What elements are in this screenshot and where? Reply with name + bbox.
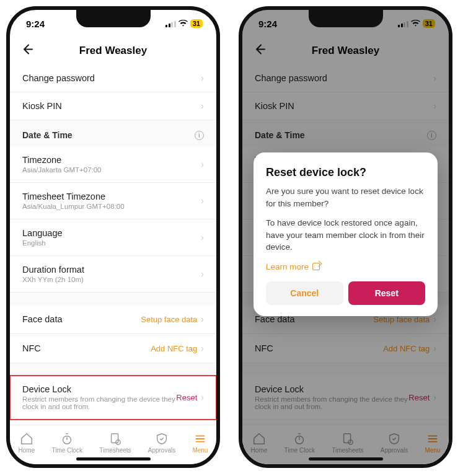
chevron-right-icon: › (201, 269, 204, 279)
face-data-action[interactable]: Setup face data (141, 315, 197, 324)
row-sub: Asia/Jakarta GMT+07:00 (22, 166, 201, 174)
notch (309, 10, 383, 27)
row-face-data[interactable]: Face data Setup face data› (10, 305, 216, 334)
tab-home[interactable]: Home (19, 432, 35, 454)
cellular-icon (165, 20, 176, 27)
section-title: Date & Time (22, 130, 73, 140)
status-icons: 31 (165, 19, 203, 29)
link-label: Learn more (266, 262, 309, 271)
row-change-password[interactable]: Change password › (10, 64, 216, 92)
row-timezone[interactable]: Timezone Asia/Jakarta GMT+07:00 › (10, 146, 216, 183)
reset-button[interactable]: Reset (348, 281, 426, 305)
row-sub: Restrict members from changing the devic… (22, 395, 176, 410)
stopwatch-icon (60, 432, 74, 446)
tab-label: Approvals (148, 447, 175, 454)
row-label: Kiosk PIN (22, 101, 201, 111)
device-lock-reset[interactable]: Reset (176, 393, 197, 402)
phone-left: 9:24 31 Fred Weasley Change password › K… (6, 6, 220, 468)
chevron-right-icon: › (201, 196, 204, 206)
spacer (10, 293, 216, 305)
header: Fred Weasley (10, 37, 216, 64)
row-label: Duration format (22, 265, 201, 275)
chevron-right-icon: › (201, 159, 204, 169)
row-kiosk-pin[interactable]: Kiosk PIN › (10, 92, 216, 120)
chevron-right-icon: › (201, 232, 204, 242)
chevron-right-icon: › (201, 101, 204, 111)
wifi-icon (179, 19, 188, 29)
row-label: Timesheet Timezone (22, 192, 201, 201)
tab-label: Timesheets (99, 447, 131, 454)
row-label: NFC (22, 343, 151, 353)
row-label: Timezone (22, 155, 201, 165)
chevron-right-icon: › (201, 343, 204, 353)
chevron-right-icon: › (201, 392, 204, 402)
chevron-right-icon: › (201, 314, 204, 324)
section-datetime: Date & Time i (10, 120, 216, 146)
external-link-icon (312, 263, 320, 270)
shield-check-icon (155, 432, 169, 446)
tab-approvals[interactable]: Approvals (148, 432, 175, 454)
modal-title: Reset device lock? (266, 166, 425, 179)
row-language[interactable]: Language English › (10, 219, 216, 256)
page-title: Fred Weasley (79, 45, 147, 57)
modal-body: To have device lock restored once again,… (266, 217, 425, 253)
nfc-action[interactable]: Add NFC tag (151, 344, 197, 353)
row-sub: XXh YYm (2h 10m) (22, 276, 201, 283)
svg-rect-1 (111, 434, 118, 443)
notch (76, 10, 151, 27)
home-icon (20, 432, 33, 446)
chevron-right-icon: › (201, 73, 204, 83)
row-label: Face data (22, 314, 141, 324)
back-button[interactable] (21, 43, 33, 59)
battery-icon: 31 (190, 19, 203, 28)
row-label: Change password (22, 73, 201, 83)
home-indicator[interactable] (309, 457, 383, 461)
row-label: Device Lock (22, 384, 176, 394)
tab-label: Menu (192, 447, 208, 454)
tab-menu[interactable]: Menu (192, 432, 208, 454)
document-clock-icon (108, 432, 122, 446)
spacer (10, 363, 216, 376)
row-duration-format[interactable]: Duration format XXh YYm (2h 10m) › (10, 256, 216, 293)
row-timesheet-timezone[interactable]: Timesheet Timezone Asia/Kuala_Lumpur GMT… (10, 183, 216, 219)
home-indicator[interactable] (76, 457, 151, 461)
tab-label: Time Clock (51, 447, 82, 454)
cancel-button[interactable]: Cancel (266, 281, 343, 305)
settings-list[interactable]: Change password › Kiosk PIN › Date & Tim… (10, 64, 216, 425)
status-time: 9:24 (26, 19, 45, 29)
row-device-lock[interactable]: Device Lock Restrict members from changi… (10, 376, 216, 420)
phone-right: 9:24 31 Fred Weasley Change password › K… (239, 6, 452, 468)
learn-more-link[interactable]: Learn more (266, 262, 320, 271)
row-label: Language (22, 228, 201, 238)
tab-label: Home (19, 447, 35, 454)
row-nfc[interactable]: NFC Add NFC tag› (10, 334, 216, 363)
reset-device-lock-modal: Reset device lock? Are you sure you want… (254, 152, 438, 316)
info-icon[interactable]: i (195, 131, 204, 140)
tab-timeclock[interactable]: Time Clock (51, 432, 82, 454)
modal-body: Are you sure you want to reset device lo… (266, 185, 425, 209)
row-sub: English (22, 239, 201, 247)
tab-timesheets[interactable]: Timesheets (99, 432, 131, 454)
row-sub: Asia/Kuala_Lumpur GMT+08:00 (22, 203, 201, 210)
menu-icon (193, 432, 207, 446)
